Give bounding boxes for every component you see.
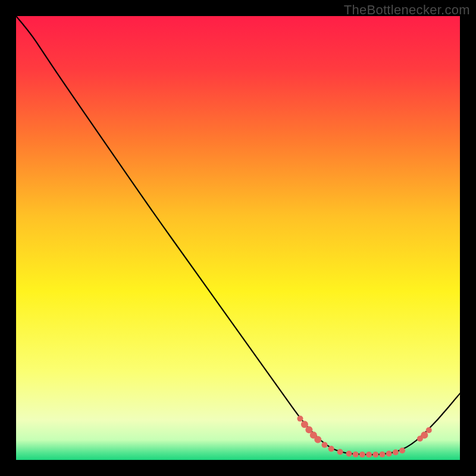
marker-dot xyxy=(393,449,399,455)
chart-svg xyxy=(16,16,460,460)
marker-dot xyxy=(426,427,432,433)
marker-dot xyxy=(372,452,378,458)
marker-dot xyxy=(337,449,343,455)
chart-frame: TheBottlenecker.com xyxy=(0,0,476,476)
marker-dot xyxy=(297,416,303,422)
marker-dot xyxy=(328,446,334,452)
marker-dot xyxy=(366,452,372,458)
marker-dot xyxy=(353,452,359,458)
marker-dot xyxy=(399,447,405,453)
marker-dot xyxy=(321,442,327,448)
marker-dot xyxy=(379,452,385,458)
marker-dot xyxy=(386,451,392,457)
marker-dot xyxy=(359,452,365,458)
marker-dot xyxy=(421,431,428,439)
plot-area xyxy=(16,16,460,460)
marker-dot xyxy=(346,451,352,457)
marker-dot xyxy=(314,436,321,443)
gradient-background xyxy=(16,16,460,460)
